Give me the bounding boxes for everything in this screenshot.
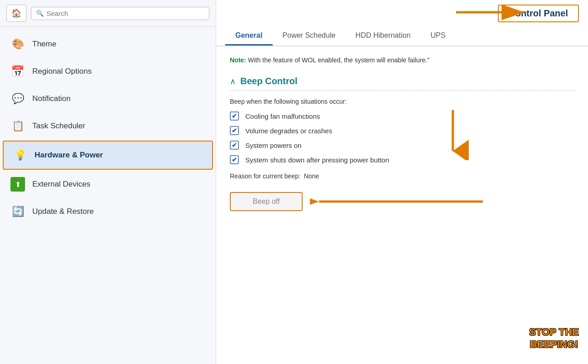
update-icon: 🔄 bbox=[10, 204, 25, 219]
checkbox-poweron-label: System powers on bbox=[245, 142, 301, 149]
external-icon: ⬆ bbox=[10, 177, 25, 192]
section-header: ∧ Beep Control bbox=[230, 76, 574, 91]
chevron-up-icon: ∧ bbox=[230, 76, 236, 86]
search-input[interactable] bbox=[46, 10, 204, 17]
beep-description: Beep when the following situations occur… bbox=[230, 98, 574, 105]
sidebar-item-hardware[interactable]: 💡 Hardware & Power bbox=[3, 141, 213, 170]
checkbox-fan[interactable] bbox=[230, 111, 239, 121]
beep-off-button[interactable]: Beep off bbox=[230, 192, 303, 211]
content-header: Control Panel bbox=[216, 0, 588, 27]
sidebar-item-notification[interactable]: 💬 Notification bbox=[0, 85, 216, 112]
arrow-to-title bbox=[447, 1, 583, 24]
regional-icon: 📅 bbox=[10, 64, 25, 79]
sidebar-item-label: Task Scheduler bbox=[32, 121, 85, 131]
search-icon: 🔍 bbox=[36, 10, 44, 17]
note-label: Note: bbox=[230, 56, 246, 64]
sidebar-item-label: Regional Options bbox=[32, 67, 91, 76]
search-box[interactable]: 🔍 bbox=[31, 7, 209, 20]
left-arrow-annotation bbox=[310, 188, 492, 215]
theme-icon: 🎨 bbox=[10, 37, 25, 51]
sidebar-item-regional[interactable]: 📅 Regional Options bbox=[0, 58, 216, 85]
tabs-bar: General Power Schedule HDD Hibernation U… bbox=[216, 27, 588, 46]
sidebar-search-area: 🏠 🔍 bbox=[0, 0, 216, 27]
checkbox-volume[interactable] bbox=[230, 126, 239, 135]
checkbox-item-poweron[interactable]: System powers on bbox=[230, 141, 574, 150]
stop-beeping-annotation: STOP THEBEEPING! bbox=[529, 326, 579, 350]
checkbox-item-volume[interactable]: Volume degrades or crashes bbox=[230, 126, 574, 135]
down-arrow-annotation bbox=[426, 106, 480, 160]
tab-ups[interactable]: UPS bbox=[421, 27, 456, 46]
checkbox-shutdown[interactable] bbox=[230, 155, 239, 164]
sidebar-item-label: Hardware & Power bbox=[35, 151, 103, 160]
task-icon: 📋 bbox=[10, 119, 25, 133]
tab-hdd[interactable]: HDD Hibernation bbox=[345, 27, 421, 46]
sidebar-item-label: Theme bbox=[32, 40, 56, 49]
hardware-icon: 💡 bbox=[13, 148, 27, 162]
reason-text: Reason for current beep: None bbox=[230, 172, 574, 180]
content-area: Control Panel General Power Schedule HDD… bbox=[216, 0, 588, 364]
section-title: Beep Control bbox=[240, 76, 298, 86]
checkbox-volume-label: Volume degrades or crashes bbox=[245, 127, 332, 135]
notification-icon: 💬 bbox=[10, 91, 25, 106]
sidebar-item-update[interactable]: 🔄 Update & Restore bbox=[0, 198, 216, 225]
content-body: Note: With the feature of WOL enabled, t… bbox=[216, 46, 588, 364]
note-body: With the feature of WOL enabled, the sys… bbox=[248, 56, 430, 64]
sidebar-item-external[interactable]: ⬆ External Devices bbox=[0, 171, 216, 198]
checkbox-list: Cooling fan malfunctions Volume degrades… bbox=[230, 111, 574, 164]
sidebar: 🏠 🔍 🎨 Theme 📅 Regional Options 💬 Notific… bbox=[0, 0, 216, 364]
checkbox-item-shutdown[interactable]: System shuts down after pressing power b… bbox=[230, 155, 574, 164]
note-text: Note: With the feature of WOL enabled, t… bbox=[230, 56, 574, 65]
sidebar-item-label: Notification bbox=[32, 94, 71, 103]
beep-off-area: Beep off bbox=[230, 188, 574, 215]
home-button[interactable]: 🏠 bbox=[6, 5, 26, 22]
reason-value: None bbox=[304, 172, 319, 180]
tab-power[interactable]: Power Schedule bbox=[273, 27, 346, 46]
tab-general[interactable]: General bbox=[225, 27, 273, 46]
sidebar-list: 🎨 Theme 📅 Regional Options 💬 Notificatio… bbox=[0, 27, 216, 364]
reason-label: Reason for current beep: bbox=[230, 172, 300, 180]
sidebar-item-label: Update & Restore bbox=[32, 207, 94, 216]
sidebar-item-theme[interactable]: 🎨 Theme bbox=[0, 30, 216, 58]
checkbox-shutdown-label: System shuts down after pressing power b… bbox=[245, 156, 389, 164]
checkbox-poweron[interactable] bbox=[230, 141, 239, 150]
sidebar-item-task[interactable]: 📋 Task Scheduler bbox=[0, 112, 216, 140]
sidebar-item-label: External Devices bbox=[32, 180, 91, 189]
checkbox-item-fan[interactable]: Cooling fan malfunctions bbox=[230, 111, 574, 121]
checkbox-fan-label: Cooling fan malfunctions bbox=[245, 112, 320, 120]
